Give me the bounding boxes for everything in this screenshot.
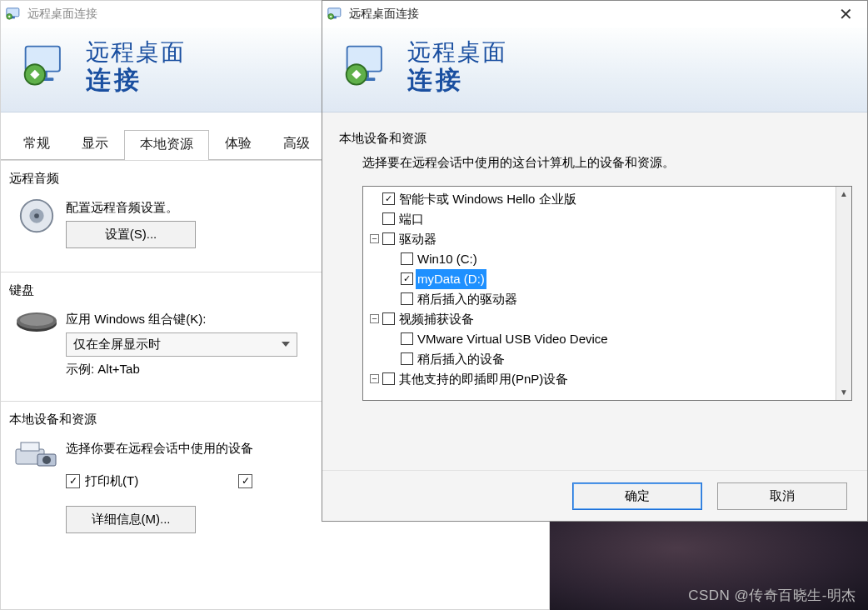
printer-label: 打印机(T) <box>85 473 138 489</box>
tree-node[interactable]: 驱动器 <box>365 229 834 249</box>
tree-checkbox[interactable] <box>401 332 413 345</box>
tab-exp[interactable]: 体验 <box>209 129 267 159</box>
titlebar-right: 远程桌面连接 ✕ <box>322 1 867 28</box>
speaker-icon <box>7 195 66 253</box>
tree-checkbox[interactable] <box>382 192 395 205</box>
svg-point-12 <box>20 314 53 326</box>
scroll-up-arrow[interactable]: ▲ <box>836 187 851 202</box>
tree-checkbox[interactable] <box>382 372 395 385</box>
tab-local[interactable]: 本地资源 <box>124 130 209 160</box>
audio-settings-button[interactable]: 设置(S)... <box>66 221 196 248</box>
tree-node-label: 端口 <box>397 209 426 229</box>
tree-node-label: 稍后插入的驱动器 <box>416 289 519 309</box>
tree-node-label: 稍后插入的设备 <box>416 349 506 369</box>
svg-point-16 <box>42 456 51 464</box>
tree-node[interactable]: myData (D:) <box>365 269 834 289</box>
tree-collapse-icon[interactable] <box>370 314 379 323</box>
tree-checkbox[interactable] <box>401 352 413 365</box>
banner-line2: 连接 <box>86 66 186 95</box>
rdc-monitor-icon <box>342 42 392 92</box>
rdc-small-icon <box>327 8 344 21</box>
banner-line1: 远程桌面 <box>86 39 186 66</box>
tab-general[interactable]: 常规 <box>7 129 66 159</box>
winkeys-combo[interactable]: 仅在全屏显示时 <box>66 332 297 357</box>
banner-line2: 连接 <box>407 66 507 95</box>
tree-node-label: Win10 (C:) <box>416 249 479 269</box>
svg-rect-14 <box>21 442 39 451</box>
tree-checkbox[interactable] <box>382 312 395 325</box>
rdc-small-icon <box>6 8 22 21</box>
tree-checkbox[interactable] <box>382 212 395 225</box>
scroll-track[interactable] <box>836 202 851 385</box>
tree-node[interactable]: 视频捕获设备 <box>365 309 834 329</box>
printer-checkbox[interactable]: 打印机(T) <box>66 473 138 489</box>
tree-node-label: 智能卡或 Windows Hello 企业版 <box>397 189 578 209</box>
clipboard-checkbox[interactable] <box>238 473 257 489</box>
banner-line1: 远程桌面 <box>407 39 507 66</box>
rdc-monitor-icon <box>21 42 71 92</box>
tree-node-label: VMware Virtual USB Video Device <box>416 329 610 349</box>
tree-checkbox[interactable] <box>401 292 413 305</box>
dialog-section-desc: 选择要在远程会话中使用的这台计算机上的设备和资源。 <box>362 155 851 171</box>
keyboard-icon <box>7 307 66 382</box>
printer-camera-icon <box>7 436 66 538</box>
tree-checkbox[interactable] <box>401 272 413 285</box>
ok-button[interactable]: 确定 <box>572 482 702 510</box>
tree-checkbox[interactable] <box>382 232 395 245</box>
tree-node[interactable]: 稍后插入的设备 <box>365 349 834 369</box>
banner-right: 远程桌面 连接 <box>322 28 867 112</box>
tree-node-label: 其他支持的即插即用(PnP)设备 <box>397 369 570 389</box>
close-button[interactable]: ✕ <box>829 4 862 24</box>
tree-node[interactable]: 稍后插入的驱动器 <box>365 289 834 309</box>
tree-node[interactable]: Win10 (C:) <box>365 249 834 269</box>
dialog-button-row: 确定 取消 <box>322 470 867 521</box>
dialog-section-title: 本地设备和资源 <box>339 131 851 147</box>
rdc-devices-dialog: 远程桌面连接 ✕ 远程桌面 连接 本地设备和资源 选择要在远程会话中使用的这台计… <box>322 0 868 522</box>
tree-checkbox[interactable] <box>401 252 413 265</box>
tree-node[interactable]: 其他支持的即插即用(PnP)设备 <box>365 369 834 389</box>
tree-node-label: myData (D:) <box>416 269 486 289</box>
tree-scrollbar[interactable]: ▲ ▼ <box>836 187 851 400</box>
tree-node[interactable]: VMware Virtual USB Video Device <box>365 329 834 349</box>
tree-node-label: 视频捕获设备 <box>397 309 476 329</box>
tree-node[interactable]: 端口 <box>365 209 834 229</box>
more-devices-button[interactable]: 详细信息(M)... <box>66 506 196 533</box>
tab-advanced[interactable]: 高级 <box>267 129 326 159</box>
tree-node-label: 驱动器 <box>397 229 438 249</box>
tree-collapse-icon[interactable] <box>370 374 379 383</box>
tree-collapse-icon[interactable] <box>370 234 379 243</box>
tab-display[interactable]: 显示 <box>66 129 124 159</box>
scroll-down-arrow[interactable]: ▼ <box>836 385 851 400</box>
tree-node[interactable]: 智能卡或 Windows Hello 企业版 <box>365 189 834 209</box>
window-title-right: 远程桌面连接 <box>349 7 419 22</box>
cancel-button[interactable]: 取消 <box>717 482 847 510</box>
background-image-strip <box>550 522 868 610</box>
svg-point-9 <box>34 213 39 218</box>
device-tree: 智能卡或 Windows Hello 企业版端口驱动器Win10 (C:)myD… <box>362 186 852 401</box>
window-title-left: 远程桌面连接 <box>27 7 97 22</box>
